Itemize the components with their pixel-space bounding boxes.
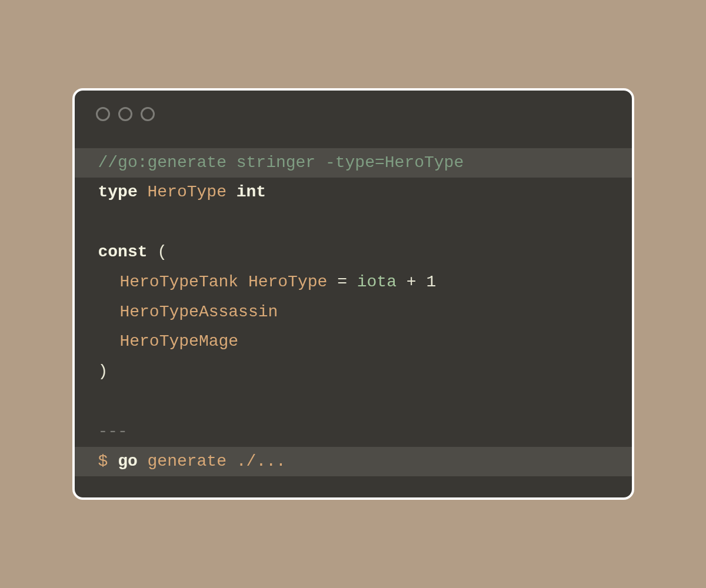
window-close-icon[interactable] (96, 107, 110, 121)
code-line: type HeroType int (75, 178, 632, 208)
command-line: $ go generate ./... (75, 447, 632, 477)
command-arg-path: ./... (237, 452, 286, 470)
plus: + (407, 273, 417, 291)
const-assassin: HeroTypeAssassin (119, 303, 278, 321)
code-line: HeroTypeAssassin (75, 298, 632, 328)
const-tank-type: HeroType (248, 273, 327, 291)
iota: iota (357, 273, 397, 291)
command-go: go (118, 452, 138, 470)
const-tank: HeroTypeTank (119, 273, 238, 291)
code-area: //go:generate stringer -type=HeroType ty… (75, 132, 632, 498)
window-maximize-icon[interactable] (141, 107, 155, 121)
separator-line: --- (75, 417, 632, 447)
equals: = (337, 273, 347, 291)
keyword-const: const (98, 243, 148, 261)
rparen: ) (98, 362, 108, 380)
window-minimize-icon[interactable] (118, 107, 132, 121)
terminal-window: //go:generate stringer -type=HeroType ty… (72, 88, 634, 500)
code-line: const ( (75, 238, 632, 268)
prompt: $ (98, 452, 108, 470)
code-line: HeroTypeTank HeroType = iota + 1 (75, 268, 632, 298)
const-mage: HeroTypeMage (119, 332, 238, 350)
command-arg-generate: generate (148, 452, 227, 470)
blank-line (75, 208, 632, 238)
code-line: //go:generate stringer -type=HeroType (75, 148, 632, 178)
keyword-int: int (237, 183, 266, 201)
blank-line (75, 387, 632, 417)
keyword-type: type (98, 183, 138, 201)
titlebar (75, 91, 632, 132)
separator: --- (98, 422, 128, 440)
code-line: ) (75, 357, 632, 387)
code-line: HeroTypeMage (75, 327, 632, 357)
one: 1 (426, 273, 436, 291)
type-name: HeroType (148, 183, 227, 201)
go-generate-comment: //go:generate stringer -type=HeroType (98, 153, 464, 172)
lparen: ( (157, 243, 167, 261)
